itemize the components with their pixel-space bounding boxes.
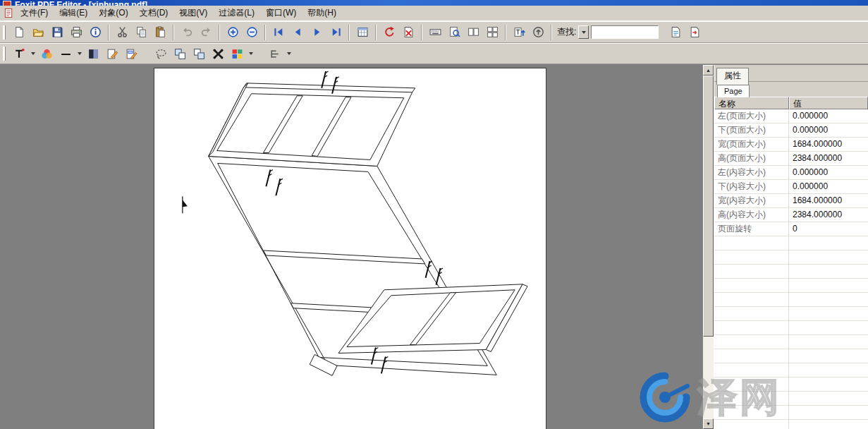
property-row[interactable]: 宽(页面大小)1684.000000 — [714, 138, 868, 152]
new-document-button[interactable] — [10, 23, 28, 42]
property-name: 高(页面大小) — [714, 152, 789, 165]
menu-item[interactable]: 视图(V) — [173, 5, 213, 21]
property-row[interactable]: 左(页面大小)0.000000 — [714, 109, 868, 123]
text-tool-dropdown[interactable] — [29, 45, 37, 62]
document-canvas[interactable] — [0, 65, 702, 429]
toolbar-separator — [219, 25, 220, 40]
menu-item[interactable]: 帮助(H) — [302, 5, 342, 21]
last-page-button[interactable] — [326, 23, 345, 42]
menu-item[interactable]: 窗口(W) — [260, 5, 302, 21]
scrollbar-thumb[interactable] — [703, 75, 714, 337]
scroll-down-button[interactable]: ▼ — [703, 418, 714, 429]
toolbar-grip[interactable] — [3, 47, 6, 61]
color-wheel-icon — [41, 48, 53, 60]
property-row[interactable]: 页面旋转0 — [714, 222, 868, 236]
extract-text-button[interactable] — [510, 23, 528, 42]
find-options-dropdown[interactable] — [578, 25, 589, 39]
menu-item[interactable]: 编辑(E) — [54, 5, 93, 21]
print-button[interactable] — [67, 23, 85, 42]
palette-dropdown[interactable] — [247, 45, 255, 62]
scissors-icon — [116, 26, 128, 38]
delete-page-button[interactable] — [399, 23, 417, 42]
page-zoom-button[interactable] — [445, 23, 463, 42]
toolbar-grip[interactable] — [3, 25, 6, 40]
redo-button[interactable] — [197, 23, 215, 42]
fill-color-button[interactable] — [84, 44, 102, 63]
object-group-icon — [174, 48, 186, 60]
continuous-pages-button[interactable] — [483, 23, 501, 42]
paste-button[interactable] — [151, 23, 169, 42]
document-icon[interactable] — [2, 7, 15, 20]
property-row[interactable]: 左(内容大小)0.000000 — [714, 166, 868, 180]
lasso-select-button[interactable] — [152, 44, 170, 63]
previous-page-icon — [292, 26, 304, 38]
toolbar-separator — [108, 25, 109, 40]
find-label: 查找: — [557, 26, 576, 38]
property-row[interactable]: 高(页面大小)2384.000000 — [714, 152, 868, 166]
import-button[interactable] — [529, 23, 547, 42]
palette-button[interactable] — [228, 44, 246, 63]
open-file-button[interactable] — [29, 23, 47, 42]
property-row[interactable]: 高(内容大小)2384.000000 — [714, 208, 868, 222]
toolbar-tools — [0, 43, 868, 64]
keyboard-button[interactable] — [426, 23, 444, 42]
properties-panel: 属性 Page 名称 值 左(页面大小)0.000000下(页面大小)0.000… — [714, 65, 868, 429]
property-value: 1684.000000 — [789, 194, 868, 207]
menu-bar-items: 文件(F)编辑(E)对象(O)文档(D)视图(V)过滤器(L)窗口(W)帮助(H… — [15, 5, 342, 21]
scrollbar-track[interactable] — [703, 337, 714, 418]
zoom-out-button[interactable] — [243, 23, 261, 42]
edit-form-button[interactable] — [122, 44, 140, 63]
align-dropdown[interactable] — [285, 45, 293, 62]
find-input[interactable] — [591, 25, 659, 39]
previous-page-button[interactable] — [288, 23, 307, 42]
toolbar-separator — [348, 25, 350, 40]
menu-item[interactable]: 文档(D) — [134, 5, 174, 21]
facing-pages-button[interactable] — [464, 23, 482, 42]
save-button[interactable] — [48, 23, 66, 42]
property-value: 0.000000 — [789, 109, 868, 123]
toolbar-separator — [173, 25, 174, 40]
line-tool-dropdown[interactable] — [75, 45, 83, 62]
tools-button[interactable] — [209, 44, 227, 63]
property-value: 2384.000000 — [789, 152, 868, 165]
application-window: Foxit PDF Editor - [xinhuang.pdf] 文件(F)编… — [0, 0, 868, 429]
menu-item[interactable]: 对象(O) — [93, 5, 133, 21]
next-page-button[interactable] — [307, 23, 326, 42]
save-icon — [51, 26, 63, 38]
first-page-button[interactable] — [269, 23, 288, 42]
pdf-page[interactable] — [154, 68, 546, 429]
page-properties-button[interactable] — [353, 23, 372, 42]
copy-button[interactable] — [132, 23, 150, 42]
page-drawing — [154, 68, 546, 429]
object-ungroup-icon — [193, 48, 205, 60]
property-name: 页面旋转 — [714, 222, 789, 236]
text-tool-button[interactable] — [10, 44, 28, 63]
rotate-page-button[interactable] — [380, 23, 398, 42]
search-next-button[interactable] — [685, 23, 704, 42]
properties-tab[interactable]: 属性 — [716, 68, 749, 85]
align-button[interactable] — [266, 44, 284, 63]
document-info-button[interactable] — [86, 23, 104, 42]
menu-item[interactable]: 文件(F) — [15, 5, 54, 21]
facing-pages-icon — [467, 26, 479, 38]
zoom-in-button[interactable] — [224, 23, 242, 42]
search-document-button[interactable] — [666, 23, 685, 42]
dropdown-arrow-icon — [78, 52, 82, 55]
object-group-button[interactable] — [171, 44, 189, 63]
edit-content-button[interactable] — [103, 44, 121, 63]
undo-icon — [181, 26, 193, 38]
color-wheel-button[interactable] — [37, 44, 56, 63]
scroll-up-button[interactable]: ▲ — [703, 65, 714, 75]
property-row[interactable]: 下(页面大小)0.000000 — [714, 123, 868, 138]
property-row[interactable]: 下(内容大小)0.000000 — [714, 180, 868, 194]
property-row[interactable]: 宽(内容大小)1684.000000 — [714, 194, 868, 208]
line-tool-button[interactable] — [56, 44, 75, 63]
undo-button[interactable] — [178, 23, 196, 42]
menu-item[interactable]: 过滤器(L) — [213, 5, 260, 21]
object-ungroup-button[interactable] — [190, 44, 208, 63]
page-tab[interactable]: Page — [717, 85, 750, 97]
search-next-icon — [689, 26, 701, 38]
cut-button[interactable] — [113, 23, 131, 42]
page-grid-icon — [357, 26, 369, 38]
copy-icon — [135, 26, 147, 38]
